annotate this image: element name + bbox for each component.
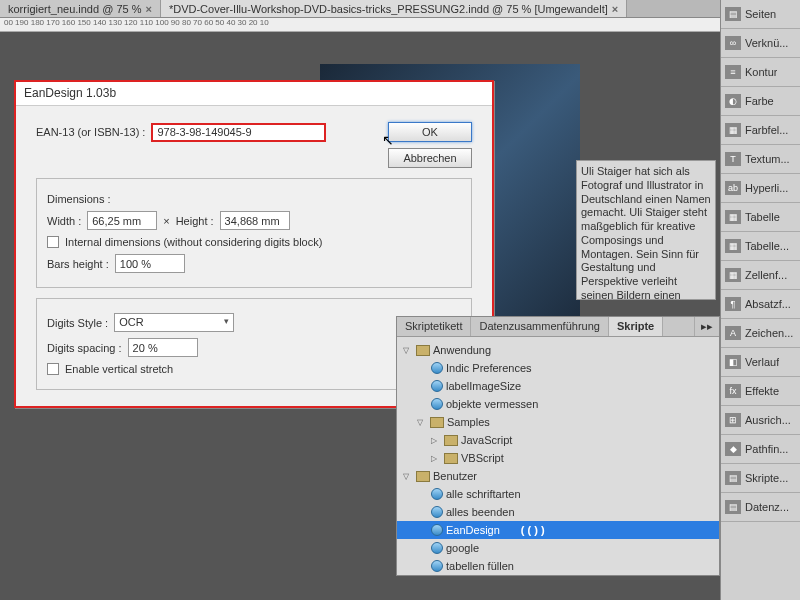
tree-script-indic[interactable]: Indic Preferences [397,359,719,377]
panel-pathfin[interactable]: ◆Pathfin... [721,435,800,464]
panel-icon: ◧ [725,355,741,369]
panel-hyperli[interactable]: abHyperli... [721,174,800,203]
panel-zeichen[interactable]: AZeichen... [721,319,800,348]
panel-seiten[interactable]: ▤Seiten [721,0,800,29]
panel-label: Textum... [745,153,790,165]
tree-script-alle-schriftarten[interactable]: alle schriftarten [397,485,719,503]
dialog-title: EanDesign 1.03b [16,82,492,106]
tree-script-alles-beenden[interactable]: alles beenden [397,503,719,521]
panel-label: Pathfin... [745,443,788,455]
document-tabs: korrigiert_neu.indd @ 75 % × *DVD-Cover-… [0,0,800,18]
times-symbol: × [163,215,169,227]
panel-menu-icon[interactable]: ▸▸ [694,317,719,336]
panel-textum[interactable]: TTextum... [721,145,800,174]
panel-label: Zeichen... [745,327,793,339]
panel-icon: ◐ [725,94,741,108]
close-icon[interactable]: × [612,3,618,15]
cancel-button[interactable]: Abbrechen [388,148,472,168]
panel-label: Skripte... [745,472,788,484]
bars-height-label: Bars height : [47,258,109,270]
tree-script-objekte[interactable]: objekte vermessen [397,395,719,413]
panel-verkn[interactable]: ∞Verknü... [721,29,800,58]
panel-icon: ▦ [725,239,741,253]
tab-skriptetikett[interactable]: Skriptetikett [397,317,471,336]
panel-icon: ¶ [725,297,741,311]
panel-datenz[interactable]: ▤Datenz... [721,493,800,522]
panel-skripte[interactable]: ▤Skripte... [721,464,800,493]
doc-tab-label: *DVD-Cover-Illu-Workshop-DVD-basics-tric… [169,3,608,15]
dimensions-group: Dimensions : Width : × Height : Internal… [36,178,472,288]
folder-icon [416,345,430,356]
ean-input[interactable] [151,123,326,142]
panel-farbfel[interactable]: ▦Farbfel... [721,116,800,145]
tree-folder-javascript[interactable]: ▷JavaScript [397,431,719,449]
doc-tab-1[interactable]: korrigiert_neu.indd @ 75 % × [0,0,161,17]
bars-height-input[interactable] [115,254,185,273]
panel-icon: fx [725,384,741,398]
description-text: Uli Staiger hat sich als Fotograf und Il… [576,160,716,300]
panel-label: Ausrich... [745,414,791,426]
panel-icon: ▦ [725,210,741,224]
panel-label: Kontur [745,66,777,78]
folder-icon [444,453,458,464]
ruler: 00 190 180 170 160 150 140 130 120 110 1… [0,18,800,32]
panel-label: Farbfel... [745,124,788,136]
panel-tabelle[interactable]: ▦Tabelle... [721,232,800,261]
tree-script-labelimagesize[interactable]: labelImageSize [397,377,719,395]
panel-icon: T [725,152,741,166]
panel-dock: ▤Seiten∞Verknü...≡Kontur◐Farbe▦Farbfel..… [720,0,800,600]
panel-label: Tabelle [745,211,780,223]
panel-label: Absatzf... [745,298,791,310]
panel-icon: ab [725,181,741,195]
script-icon [431,488,443,500]
folder-icon [444,435,458,446]
annotation-parens: ( ( ) ) [521,524,545,536]
scripts-tree: ▽Anwendung Indic Preferences labelImageS… [397,337,719,575]
tab-skripte[interactable]: Skripte [609,317,663,336]
folder-icon [430,417,444,428]
tree-folder-samples[interactable]: ▽Samples [397,413,719,431]
panel-tabelle[interactable]: ▦Tabelle [721,203,800,232]
panel-ausrich[interactable]: ⊞Ausrich... [721,406,800,435]
panel-icon: ▤ [725,500,741,514]
panel-icon: ≡ [725,65,741,79]
ok-button[interactable]: OK [388,122,472,142]
digits-style-label: Digits Style : [47,317,108,329]
width-input[interactable] [87,211,157,230]
digits-spacing-input[interactable] [128,338,198,357]
tree-folder-anwendung[interactable]: ▽Anwendung [397,341,719,359]
digits-style-select[interactable]: OCR [114,313,234,332]
internal-dimensions-label: Internal dimensions (without considering… [65,236,322,248]
panel-absatzf[interactable]: ¶Absatzf... [721,290,800,319]
script-icon [431,362,443,374]
panel-label: Datenz... [745,501,789,513]
width-label: Width : [47,215,81,227]
panel-kontur[interactable]: ≡Kontur [721,58,800,87]
panel-zellenf[interactable]: ▦Zellenf... [721,261,800,290]
panel-label: Tabelle... [745,240,789,252]
panel-effekte[interactable]: fxEffekte [721,377,800,406]
tree-script-google[interactable]: google [397,539,719,557]
panel-label: Verlauf [745,356,779,368]
dimensions-heading: Dimensions : [47,193,111,205]
tree-folder-benutzer[interactable]: ▽Benutzer [397,467,719,485]
internal-dimensions-checkbox[interactable] [47,236,59,248]
panel-icon: ▦ [725,268,741,282]
panel-icon: ◆ [725,442,741,456]
panel-farbe[interactable]: ◐Farbe [721,87,800,116]
tree-folder-vbscript[interactable]: ▷VBScript [397,449,719,467]
tree-script-tabellen[interactable]: tabellen füllen [397,557,719,575]
scripts-panel: Skriptetikett Datenzusammenführung Skrip… [396,316,720,576]
height-label: Height : [176,215,214,227]
script-icon [431,506,443,518]
close-icon[interactable]: × [145,3,151,15]
panel-label: Hyperli... [745,182,788,194]
panel-verlauf[interactable]: ◧Verlauf [721,348,800,377]
tree-script-eandesign[interactable]: EanDesign( ( ) ) [397,521,719,539]
doc-tab-2[interactable]: *DVD-Cover-Illu-Workshop-DVD-basics-tric… [161,0,627,17]
vertical-stretch-label: Enable vertical stretch [65,363,173,375]
vertical-stretch-checkbox[interactable] [47,363,59,375]
height-input[interactable] [220,211,290,230]
panel-icon: ▦ [725,123,741,137]
tab-datenzusammenfuehrung[interactable]: Datenzusammenführung [471,317,608,336]
